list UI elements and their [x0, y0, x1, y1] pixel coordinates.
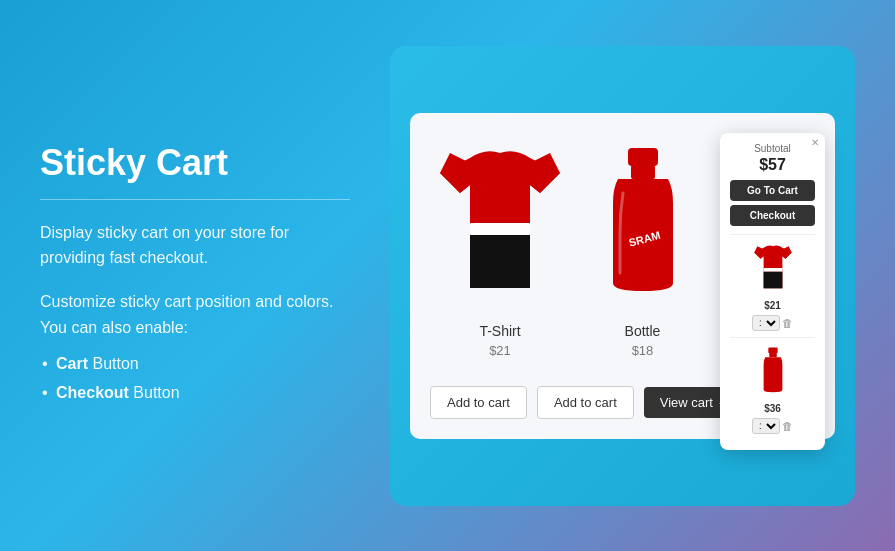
description-1: Display sticky cart on your store for pr… [40, 220, 350, 271]
svg-rect-5 [628, 148, 658, 166]
svg-rect-0 [470, 223, 530, 235]
cart-item-2-controls: 123 🗑 [730, 418, 815, 434]
product-card-tshirt: T-Shirt $21 [430, 133, 570, 370]
subtotal-label: Subtotal [730, 143, 815, 154]
go-to-cart-button[interactable]: Go To Cart [730, 180, 815, 201]
cart-tshirt-icon [748, 243, 798, 293]
cart-item-1-delete-button[interactable]: 🗑 [782, 317, 793, 329]
svg-rect-9 [763, 272, 782, 289]
bottle-image-container: SRAM [590, 133, 695, 313]
cart-item-1: $21 123 🗑 [730, 234, 815, 337]
checkout-text: Button [129, 384, 180, 401]
cart-item-2-price: $36 [730, 403, 815, 414]
add-to-cart-tshirt-button[interactable]: Add to cart [430, 386, 527, 419]
cart-text: Button [88, 355, 139, 372]
tshirt-image-container [430, 133, 570, 313]
svg-rect-6 [631, 165, 655, 179]
bottle-name: Bottle [590, 323, 695, 339]
cart-item-1-price: $21 [730, 300, 815, 311]
bottle-price: $18 [590, 343, 695, 358]
description-2: Customize sticky cart position and color… [40, 289, 350, 340]
checkout-bold: Checkout [56, 384, 129, 401]
cart-item-2-delete-button[interactable]: 🗑 [782, 420, 793, 432]
svg-rect-12 [768, 348, 777, 354]
page-title: Sticky Cart [40, 143, 350, 183]
right-panel: T-Shirt $21 SRAM [390, 46, 855, 506]
bottle-icon: SRAM [598, 143, 688, 303]
svg-marker-3 [440, 153, 470, 193]
feature-list: Cart Button Checkout Button [40, 350, 350, 408]
checkout-button[interactable]: Checkout [730, 205, 815, 226]
list-item-checkout: Checkout Button [56, 379, 350, 408]
subtotal-amount: $57 [730, 156, 815, 174]
close-icon[interactable]: ✕ [811, 137, 819, 148]
add-to-cart-bottle-button[interactable]: Add to cart [537, 386, 634, 419]
cart-bottle-image [745, 344, 800, 399]
tshirt-price: $21 [430, 343, 570, 358]
cart-item-1-qty[interactable]: 123 [752, 315, 780, 331]
svg-marker-10 [754, 246, 763, 259]
cart-bottle-icon [758, 346, 788, 396]
cart-tshirt-image [745, 241, 800, 296]
tshirt-icon [430, 143, 570, 303]
cart-item-2-qty[interactable]: 123 [752, 418, 780, 434]
store-mockup: T-Shirt $21 SRAM [410, 113, 835, 439]
cart-bold: Cart [56, 355, 88, 372]
divider [40, 199, 350, 200]
cart-item-2: $36 123 🗑 [730, 337, 815, 440]
svg-marker-4 [530, 153, 560, 193]
svg-rect-2 [470, 235, 530, 288]
svg-marker-11 [782, 246, 791, 259]
list-item-cart: Cart Button [56, 350, 350, 379]
left-panel: Sticky Cart Display sticky cart on your … [40, 143, 350, 408]
product-card-bottle: SRAM Bottle $18 [590, 133, 695, 370]
svg-rect-8 [763, 268, 782, 272]
tshirt-name: T-Shirt [430, 323, 570, 339]
cart-item-1-controls: 123 🗑 [730, 315, 815, 331]
svg-rect-13 [769, 353, 777, 357]
sticky-cart-popup: ✕ Subtotal $57 Go To Cart Checkout $21 [720, 133, 825, 450]
